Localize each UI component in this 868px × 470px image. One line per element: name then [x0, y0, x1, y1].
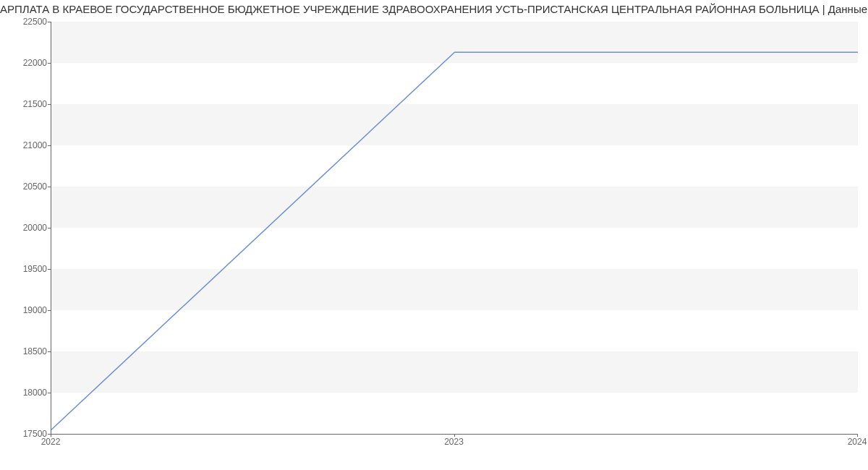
y-tick-mark — [48, 187, 51, 187]
series-line — [51, 52, 858, 430]
y-tick-mark — [48, 269, 51, 270]
y-tick-mark — [48, 310, 51, 311]
y-tick-label: 18000 — [4, 388, 47, 398]
y-tick-mark — [48, 22, 51, 22]
x-tick-mark — [857, 434, 858, 437]
y-tick-label: 22000 — [4, 58, 47, 68]
y-tick-mark — [48, 145, 51, 146]
y-tick-mark — [48, 393, 51, 393]
y-tick-mark — [48, 228, 51, 228]
plot-area — [51, 22, 858, 435]
y-tick-label: 20000 — [4, 223, 47, 233]
y-tick-label: 20500 — [4, 181, 47, 192]
x-tick-mark — [454, 434, 455, 437]
x-tick-label: 2023 — [444, 437, 464, 447]
y-tick-label: 22500 — [4, 17, 47, 27]
y-tick-label: 19000 — [4, 305, 47, 315]
y-tick-label: 21000 — [4, 140, 47, 150]
x-tick-mark — [51, 434, 51, 437]
y-tick-mark — [48, 63, 51, 64]
x-tick-label: 2024 — [848, 437, 867, 447]
line-series — [51, 22, 858, 434]
y-tick-label: 19500 — [4, 264, 47, 274]
y-tick-mark — [48, 351, 51, 352]
x-tick-label: 2022 — [41, 437, 61, 447]
y-tick-label: 18500 — [4, 346, 47, 356]
y-tick-label: 21500 — [4, 99, 47, 109]
chart-title: АРПЛАТА В КРАЕВОЕ ГОСУДАРСТВЕННОЕ БЮДЖЕТ… — [0, 3, 868, 15]
y-tick-mark — [48, 104, 51, 105]
